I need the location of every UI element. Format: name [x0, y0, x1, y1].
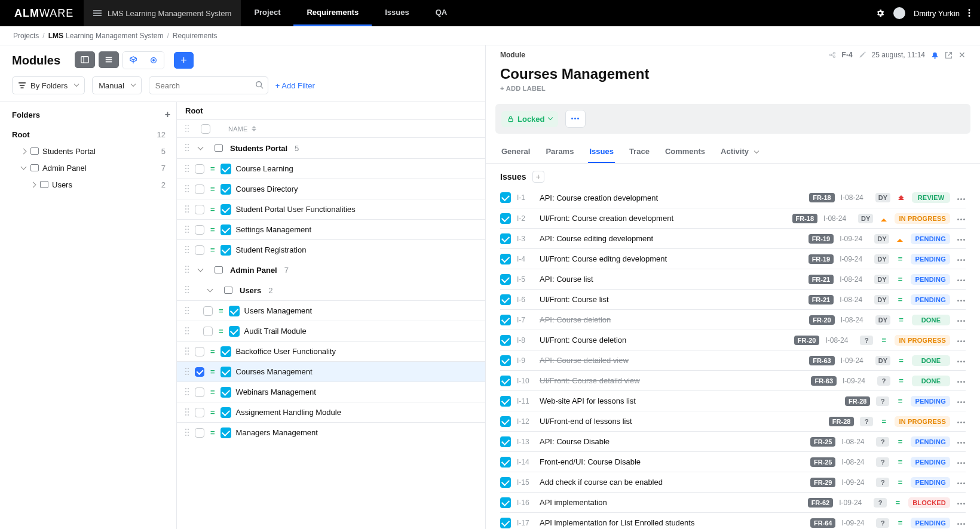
issue-more-button[interactable] — [957, 214, 966, 223]
add-label-button[interactable]: + ADD LABEL — [500, 85, 966, 92]
detail-more-button[interactable] — [565, 110, 586, 128]
issue-more-button[interactable] — [957, 295, 966, 304]
issue-row[interactable]: I-17API implementation for List Enrolled… — [500, 512, 966, 529]
view-mode-select[interactable]: Manual — [92, 76, 142, 94]
nav-requirements[interactable]: Requirements — [293, 0, 372, 26]
issue-fr-chip[interactable]: FR-28 — [829, 417, 855, 426]
drag-handle-icon[interactable] — [185, 205, 189, 214]
issue-assignee[interactable]: ? — [876, 457, 889, 467]
issue-more-button[interactable] — [957, 315, 966, 324]
crumb-page[interactable]: Requirements — [173, 32, 218, 40]
row-checkbox[interactable] — [195, 164, 204, 174]
issue-assignee[interactable]: ? — [860, 417, 873, 426]
issue-status[interactable]: PENDING — [911, 436, 950, 447]
sort-icon[interactable] — [252, 124, 256, 134]
drag-handle-icon[interactable] — [185, 226, 189, 234]
issue-fr-chip[interactable]: FR-62 — [808, 498, 834, 508]
add-issue-button[interactable]: + — [532, 171, 544, 183]
add-module-button[interactable]: + — [174, 52, 194, 69]
row-checkbox[interactable] — [195, 387, 204, 397]
drag-handle-icon[interactable] — [185, 327, 189, 336]
drag-handle-icon[interactable] — [185, 185, 189, 193]
issue-more-button[interactable] — [957, 193, 966, 202]
issue-assignee[interactable]: ? — [876, 518, 889, 528]
issue-more-button[interactable] — [957, 396, 966, 405]
issue-row[interactable]: I-6UI/Front: Course listFR-21I-08-24DYPE… — [500, 289, 966, 309]
tree-row[interactable]: =Webinars Management — [177, 382, 485, 402]
project-switcher[interactable]: LMS Learning Management System — [84, 0, 241, 26]
tree-row[interactable]: =Student Portal User Functionalities — [177, 199, 485, 219]
issue-status[interactable]: BLOCKED — [908, 497, 950, 508]
issue-assignee[interactable]: DY — [858, 214, 873, 223]
issue-row[interactable]: I-7API: Course deletionFR-20I-08-24DYDON… — [500, 309, 966, 330]
row-checkbox[interactable] — [195, 245, 204, 255]
issue-row[interactable]: I-2UI/Front: Course creation development… — [500, 208, 966, 228]
issue-row[interactable]: I-4UI/Front: Course editng developmentFR… — [500, 248, 966, 269]
issue-fr-chip[interactable]: FR-29 — [810, 478, 836, 487]
issue-status[interactable]: PENDING — [911, 396, 950, 407]
tree-row[interactable]: =Backoffice User Functionality — [177, 341, 485, 361]
row-checkbox[interactable] — [195, 225, 204, 235]
drag-handle-icon[interactable] — [185, 307, 189, 315]
issue-row[interactable]: I-14Front-end/UI: Course DisableFR-25I-0… — [500, 451, 966, 472]
issue-fr-chip[interactable]: FR-25 — [810, 437, 836, 447]
issue-assignee[interactable]: DY — [874, 275, 889, 284]
tree-row[interactable]: =Student Registration — [177, 239, 485, 260]
close-icon[interactable]: ✕ — [958, 50, 966, 60]
issue-more-button[interactable] — [957, 275, 966, 284]
issue-status[interactable]: PENDING — [911, 254, 950, 264]
crumb-root[interactable]: Projects — [13, 32, 39, 40]
issue-assignee[interactable]: ? — [874, 498, 887, 508]
issue-fr-chip[interactable]: FR-19 — [808, 254, 834, 264]
drag-handle-icon[interactable] — [185, 408, 189, 417]
issue-row[interactable]: I-8UI/Front: Course deletionFR-20I-08-24… — [500, 330, 966, 350]
tree-row[interactable]: =Course Learning — [177, 158, 485, 179]
tab-trace[interactable]: Trace — [628, 141, 651, 163]
issue-status[interactable]: PENDING — [911, 457, 950, 468]
issue-assignee[interactable]: ? — [876, 478, 889, 487]
issue-assignee[interactable]: DY — [875, 193, 890, 202]
issue-more-button[interactable] — [957, 457, 966, 466]
issue-fr-chip[interactable]: FR-28 — [845, 396, 871, 406]
user-name[interactable]: Dmitry Yurkin — [914, 9, 960, 18]
view-list-button[interactable] — [99, 51, 119, 68]
issue-fr-chip[interactable]: FR-64 — [810, 518, 836, 528]
issue-more-button[interactable] — [957, 518, 966, 527]
select-all-checkbox[interactable] — [201, 124, 210, 134]
drag-handle-icon[interactable] — [185, 286, 189, 294]
drag-handle-icon[interactable] — [185, 165, 189, 173]
tree-row[interactable]: =Settings Management — [177, 219, 485, 239]
tree-row[interactable]: =Courses Directory — [177, 179, 485, 199]
issue-status[interactable]: DONE — [912, 376, 950, 386]
issue-row[interactable]: I-13API: Course DisableFR-25I-08-24?PEND… — [500, 431, 966, 451]
issue-fr-chip[interactable]: FR-63 — [811, 376, 837, 386]
nav-project[interactable]: Project — [241, 0, 293, 26]
drag-handle-icon[interactable] — [185, 246, 189, 254]
drag-handle-icon[interactable] — [185, 388, 189, 396]
issue-status[interactable]: IN PROGRESS — [895, 416, 950, 427]
logo[interactable]: ALMWARE — [0, 7, 84, 20]
issue-row[interactable]: I-15Add check if course can be enabledFR… — [500, 472, 966, 492]
row-checkbox[interactable] — [195, 428, 204, 438]
view-boxes-button[interactable] — [123, 52, 143, 69]
issue-fr-chip[interactable]: FR-18 — [809, 193, 835, 202]
issue-more-button[interactable] — [957, 254, 966, 263]
issue-status[interactable]: DONE — [912, 355, 950, 366]
tree-row[interactable]: =Audit Trail Module — [177, 321, 485, 341]
issue-more-button[interactable] — [957, 498, 966, 507]
view-split-button[interactable] — [75, 51, 95, 68]
drag-handle-icon[interactable] — [185, 368, 189, 376]
issue-status[interactable]: REVIEW — [912, 192, 950, 203]
tree-row[interactable]: =Courses Management — [177, 361, 485, 382]
sidebar-item[interactable]: Students Portal5 — [12, 143, 170, 159]
issue-fr-chip[interactable]: FR-21 — [808, 275, 834, 284]
bell-icon[interactable] — [931, 51, 939, 59]
add-folder-button[interactable]: + — [165, 109, 170, 120]
issue-row[interactable]: I-3API: Course editing developmentFR-19I… — [500, 228, 966, 248]
tree-row[interactable]: =Assignement Handling Module — [177, 402, 485, 422]
issue-row[interactable]: I-16API implementationFR-62I-09-24?BLOCK… — [500, 492, 966, 512]
issue-assignee[interactable]: DY — [875, 315, 890, 325]
gear-icon[interactable] — [875, 8, 885, 18]
drag-handle-icon[interactable] — [185, 429, 189, 437]
sort-by-select[interactable]: By Folders — [12, 76, 85, 94]
